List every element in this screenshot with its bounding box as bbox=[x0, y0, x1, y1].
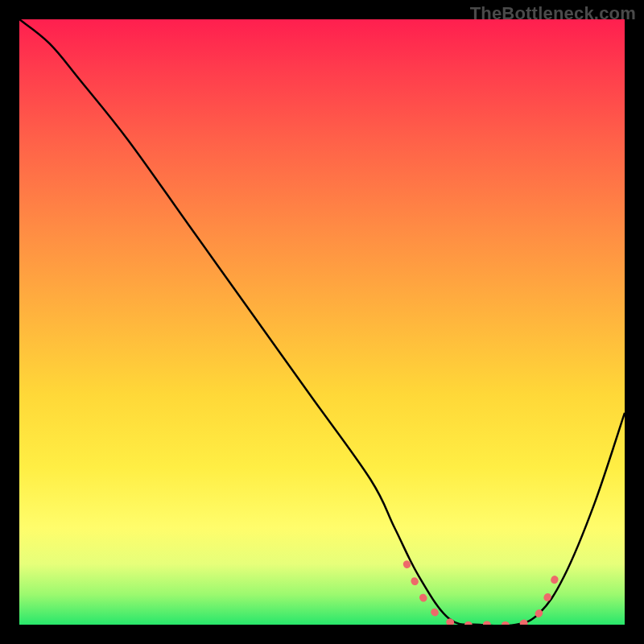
chart-overlay bbox=[19, 19, 625, 625]
bottleneck-curve bbox=[19, 19, 625, 625]
plot-area bbox=[19, 19, 625, 625]
plot-frame bbox=[18, 18, 626, 626]
watermark-text: TheBottleneck.com bbox=[470, 3, 636, 24]
figure-root: TheBottleneck.com bbox=[0, 0, 644, 644]
